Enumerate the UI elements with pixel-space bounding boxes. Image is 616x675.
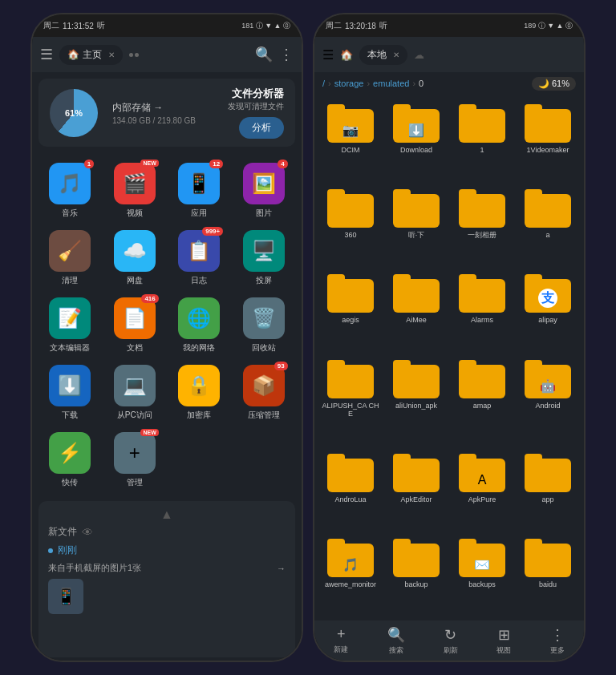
recent-row[interactable]: 来自手机截屏的图片1张 → xyxy=(48,562,286,574)
file-item-19[interactable]: app xyxy=(517,449,579,531)
app-item-17[interactable]: +NEW管理 xyxy=(103,427,167,493)
file-item-20[interactable]: 🎵aweme_monitor xyxy=(319,534,382,616)
file-item-21[interactable]: backup xyxy=(385,534,448,616)
file-item-11[interactable]: 支alipay xyxy=(517,269,579,351)
home-tab-close[interactable]: ✕ xyxy=(108,51,115,59)
app-icon-6: 📋999+ xyxy=(178,230,220,272)
file-label-5: 听·下 xyxy=(408,231,425,240)
recent-time: 刚刚 xyxy=(58,544,77,557)
file-item-12[interactable]: ALIPUSH_CA CHE xyxy=(319,355,382,446)
file-label-4: 360 xyxy=(344,231,356,240)
app-icon-11: 🗑️ xyxy=(243,297,285,339)
file-item-6[interactable]: 一刻相册 xyxy=(451,184,513,266)
hamburger-menu-right[interactable]: ☰ xyxy=(322,47,334,63)
app-item-12[interactable]: ⬇️下载 xyxy=(38,360,102,426)
app-item-1[interactable]: 🎬NEW视频 xyxy=(103,158,167,224)
storage-info: 内部存储 → 134.09 GB / 219.80 GB xyxy=(112,101,196,125)
file-item-15[interactable]: 🤖Android xyxy=(517,355,579,446)
file-item-10[interactable]: Alarms xyxy=(451,269,513,351)
toolbar-item-1[interactable]: 🔍搜索 xyxy=(387,626,405,656)
app-label-9: 文档 xyxy=(127,342,143,354)
breadcrumb-slash[interactable]: / xyxy=(322,79,325,88)
local-tab[interactable]: 本地 ✕ xyxy=(359,45,407,65)
storage-circle: 61% xyxy=(50,89,98,137)
file-item-5[interactable]: 听·下 xyxy=(385,184,448,266)
file-item-2[interactable]: 1 xyxy=(451,99,513,181)
toolbar-item-4[interactable]: ⋮更多 xyxy=(550,626,565,656)
file-label-6: 一刻相册 xyxy=(468,231,496,240)
app-icon-0: 🎵1 xyxy=(49,163,91,204)
app-item-0[interactable]: 🎵1音乐 xyxy=(38,158,102,224)
file-item-18[interactable]: AApkPure xyxy=(451,449,513,531)
app-item-8[interactable]: 📝文本编辑器 xyxy=(38,293,102,358)
app-label-15: 压缩管理 xyxy=(248,410,280,421)
toolbar-item-0[interactable]: +新建 xyxy=(334,626,348,655)
file-label-16: AndroLua xyxy=(334,495,366,504)
recent-item[interactable]: 刚刚 xyxy=(48,544,286,557)
file-item-1[interactable]: ⬇️Download xyxy=(385,99,448,181)
app-item-3[interactable]: 🖼️4图片 xyxy=(233,158,296,224)
app-item-7[interactable]: 🖥️投屏 xyxy=(233,225,296,291)
analyze-button[interactable]: 分析 xyxy=(239,117,284,139)
headphone-right: 听 xyxy=(379,20,387,31)
analyzer-sub: 发现可清理文件 xyxy=(228,101,284,112)
app-item-16[interactable]: ⚡快传 xyxy=(38,427,102,493)
file-grid: 📷DCIM⬇️Download11Videomaker360听·下一刻相册aae… xyxy=(314,95,584,620)
toolbar-label-2: 刷新 xyxy=(444,645,458,656)
file-label-7: a xyxy=(545,231,549,240)
app-item-11[interactable]: 🗑️回收站 xyxy=(233,293,296,358)
app-icon-9: 📄416 xyxy=(114,297,156,339)
recent-thumbnail[interactable]: 📱 xyxy=(48,579,83,614)
app-item-5[interactable]: ☁️网盘 xyxy=(103,225,167,291)
breadcrumb-storage[interactable]: storage xyxy=(334,79,364,88)
file-item-7[interactable]: a xyxy=(517,184,579,266)
left-phone: 周二 11:31:52 听 181 ⓘ ▼ ▲ ⓪ ☰ 🏠 主页 ✕ 🔍 ⋮ xyxy=(30,13,303,662)
toolbar-icon-1: 🔍 xyxy=(387,626,405,644)
app-item-9[interactable]: 📄416文档 xyxy=(103,293,167,358)
app-item-4[interactable]: 🧹清理 xyxy=(38,225,102,291)
file-item-22[interactable]: ✉️backups xyxy=(451,534,513,616)
app-item-2[interactable]: 📱12应用 xyxy=(168,158,231,224)
file-item-14[interactable]: amap xyxy=(451,355,513,446)
app-item-10[interactable]: 🌐我的网络 xyxy=(168,293,231,358)
file-item-9[interactable]: AiMee xyxy=(385,269,448,351)
hamburger-menu-left[interactable]: ☰ xyxy=(40,46,53,63)
breadcrumb-emulated[interactable]: emulated xyxy=(373,79,409,88)
analyzer-title: 文件分析器 xyxy=(228,87,284,101)
status-icons-right: 189 ⓘ ▼ ▲ ⓪ xyxy=(524,21,573,31)
app-label-10: 我的网络 xyxy=(183,342,215,354)
file-item-0[interactable]: 📷DCIM xyxy=(319,99,382,181)
app-item-13[interactable]: 💻从PC访问 xyxy=(103,360,167,426)
app-item-6[interactable]: 📋999+日志 xyxy=(168,225,231,291)
app-label-1: 视频 xyxy=(127,208,143,219)
toolbar-icon-2: ↻ xyxy=(444,626,456,644)
search-icon-left[interactable]: 🔍 xyxy=(255,46,273,63)
local-tab-close[interactable]: ✕ xyxy=(393,51,399,59)
file-item-8[interactable]: aegis xyxy=(319,269,382,351)
file-item-17[interactable]: ApkEditor xyxy=(385,449,448,531)
file-item-4[interactable]: 360 xyxy=(319,184,382,266)
day-left: 周二 xyxy=(43,20,59,31)
file-item-16[interactable]: AndroLua xyxy=(319,449,382,531)
toolbar-item-2[interactable]: ↻刷新 xyxy=(444,626,458,656)
app-item-15[interactable]: 📦93压缩管理 xyxy=(233,360,296,426)
app-icon-14: 🔒 xyxy=(178,365,220,406)
home-tab[interactable]: 🏠 主页 ✕ xyxy=(59,45,123,65)
more-icon-left[interactable]: ⋮ xyxy=(279,46,294,63)
nav-bar-left: ☰ 🏠 主页 ✕ 🔍 ⋮ xyxy=(32,37,302,72)
battery-badge: 🌙 61% xyxy=(532,77,576,91)
new-files-header: 新文件 👁 xyxy=(48,525,286,539)
new-files-section: ▲ 新文件 👁 刚刚 来自手机截屏的图片1张 → 📱 xyxy=(38,501,295,657)
screen-left: ☰ 🏠 主页 ✕ 🔍 ⋮ 61% 内部存储 → 134.0 xyxy=(32,37,302,661)
file-label-9: AiMee xyxy=(406,316,427,325)
file-item-13[interactable]: aliUnion_apk xyxy=(385,355,448,446)
bottom-toolbar-right: +新建🔍搜索↻刷新⊞视图⋮更多 xyxy=(314,620,584,661)
badge-new-1: NEW xyxy=(140,160,158,167)
app-label-6: 日志 xyxy=(191,275,207,286)
toolbar-item-3[interactable]: ⊞视图 xyxy=(496,626,511,656)
app-item-14[interactable]: 🔒加密库 xyxy=(168,360,231,426)
file-label-20: aweme_monitor xyxy=(325,580,376,589)
file-item-23[interactable]: baidu xyxy=(517,534,579,616)
file-item-3[interactable]: 1Videomaker xyxy=(517,99,579,181)
app-icon-2: 📱12 xyxy=(178,163,220,204)
